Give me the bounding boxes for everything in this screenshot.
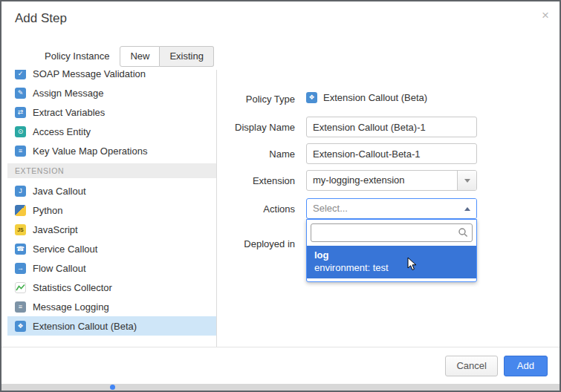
policy-item-statistics-collector[interactable]: Statistics Collector (7, 278, 216, 297)
policy-item-flow-callout[interactable]: Flow Callout (7, 258, 216, 278)
policy-form: Policy Type Extension Callout (Beta) Dis… (217, 70, 554, 347)
dropdown-option-detail: environment: test (314, 261, 469, 274)
policy-item-label: Message Logging (33, 301, 109, 313)
policy-item-extract-variables[interactable]: Extract Variables (7, 102, 216, 122)
modal-footer: Cancel Add (1, 347, 560, 384)
policy-item-label: Java Callout (33, 186, 86, 197)
soap-validation-icon (15, 70, 26, 79)
policy-instance-row: Policy Instance New Existing (45, 46, 214, 67)
policy-type-value-row: Extension Callout (Beta) (306, 92, 427, 103)
search-icon (458, 227, 468, 241)
policy-item-label: JavaScript (33, 224, 78, 235)
deployed-in-label: Deployed in (217, 238, 295, 249)
cancel-button[interactable]: Cancel (445, 356, 497, 376)
actions-combobox-button[interactable] (458, 199, 476, 218)
chevron-up-icon (464, 207, 470, 211)
key-value-map-icon (15, 146, 26, 157)
policy-item-python[interactable]: Python (7, 200, 216, 220)
java-callout-icon (15, 186, 26, 197)
statistics-collector-icon (15, 282, 26, 293)
name-input[interactable] (306, 143, 477, 164)
policy-type-label: Policy Type (217, 94, 295, 105)
policy-item-javascript[interactable]: JavaScript (7, 220, 216, 239)
flow-callout-icon (15, 263, 26, 274)
extract-variables-icon (15, 107, 26, 118)
background-page-icon (110, 385, 115, 390)
tab-existing[interactable]: Existing (160, 46, 214, 67)
actions-label: Actions (217, 203, 295, 215)
policy-instance-label: Policy Instance (45, 50, 109, 62)
policy-item-service-callout[interactable]: Service Callout (7, 239, 216, 258)
policy-item-soap-message-validation[interactable]: SOAP Message Validation (7, 70, 216, 83)
policy-item-label: Flow Callout (33, 263, 86, 274)
policy-item-label: Extension Callout (Beta) (33, 321, 137, 332)
message-logging-icon (15, 301, 26, 313)
extension-select[interactable]: my-logging-extension (306, 170, 477, 191)
extension-select-value: my-logging-extension (307, 171, 457, 190)
name-label: Name (217, 148, 295, 160)
tab-new[interactable]: New (120, 46, 160, 67)
modal-title: Add Step (15, 11, 67, 26)
actions-combobox[interactable]: Select... (306, 198, 477, 219)
chevron-down-icon (464, 179, 470, 183)
policy-item-assign-message[interactable]: Assign Message (7, 83, 216, 102)
policy-item-label: Access Entity (33, 126, 91, 137)
policy-type-icon (306, 92, 317, 103)
policy-item-label: Key Value Map Operations (33, 146, 147, 157)
python-icon (15, 205, 26, 216)
background-page-strip (1, 384, 560, 391)
display-name-label: Display Name (217, 122, 295, 133)
actions-combobox-value: Select... (307, 199, 458, 218)
modal-content: SOAP Message Validation Assign Message E… (7, 70, 554, 347)
policy-item-label: Statistics Collector (33, 282, 112, 293)
policy-item-label: Extract Variables (33, 107, 105, 118)
actions-dropdown-panel: log environment: test (306, 219, 477, 282)
extension-label: Extension (217, 175, 295, 186)
policy-list: SOAP Message Validation Assign Message E… (7, 70, 217, 347)
policy-item-java-callout[interactable]: Java Callout (7, 181, 216, 200)
policy-item-label: SOAP Message Validation (33, 70, 146, 79)
extension-callout-icon (15, 321, 26, 332)
display-name-input[interactable] (306, 117, 477, 137)
policy-instance-segmented: New Existing (120, 46, 214, 67)
dropdown-search-wrap (311, 223, 473, 242)
policy-item-label: Python (33, 205, 62, 216)
extension-select-button[interactable] (457, 171, 476, 190)
dropdown-search-input[interactable] (311, 223, 473, 242)
policy-item-label: Assign Message (33, 88, 103, 99)
access-entity-icon (15, 126, 26, 137)
section-header-extension: EXTENSION (7, 163, 216, 178)
assign-message-icon (15, 88, 26, 99)
policy-item-extension-callout-beta[interactable]: Extension Callout (Beta) (7, 316, 216, 336)
close-icon[interactable]: × (542, 9, 549, 22)
add-step-modal: Add Step × Policy Instance New Existing … (0, 0, 561, 392)
policy-item-message-logging[interactable]: Message Logging (7, 297, 216, 316)
policy-item-label: Service Callout (33, 244, 97, 255)
dropdown-option-title: log (314, 249, 469, 261)
policy-type-value: Extension Callout (Beta) (323, 92, 427, 103)
add-button[interactable]: Add (504, 356, 548, 376)
javascript-icon (15, 224, 26, 235)
policy-item-key-value-map[interactable]: Key Value Map Operations (7, 141, 216, 160)
service-callout-icon (15, 244, 26, 255)
policy-item-access-entity[interactable]: Access Entity (7, 122, 216, 141)
dropdown-option-log[interactable]: log environment: test (307, 246, 476, 278)
